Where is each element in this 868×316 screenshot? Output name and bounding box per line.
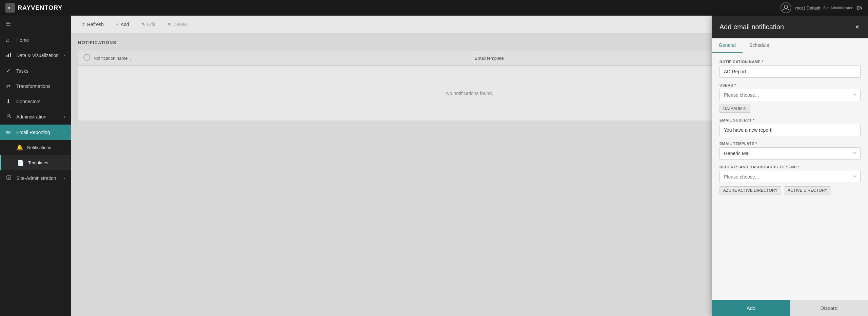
sidebar-item-label: Site-Administration — [16, 175, 56, 181]
chevron-down-icon: ⌄ — [62, 130, 65, 134]
user-info: root | Default Site Administrator — [795, 5, 852, 11]
sidebar-item-templates[interactable]: 📄 Templates — [0, 155, 71, 170]
templates-icon: 📄 — [17, 160, 24, 166]
sidebar-item-site-administration[interactable]: Site-Administration › — [0, 170, 71, 186]
table-header-check — [83, 54, 94, 62]
delete-button[interactable]: ✕ Delete — [163, 20, 192, 29]
form-group-email-subject: EMAIL SUBJECT * — [719, 118, 861, 136]
sidebar-item-label: Administration — [16, 114, 46, 119]
sidebar-item-administration[interactable]: Administration › — [0, 109, 71, 125]
chevron-right-icon: › — [64, 53, 65, 57]
form-group-users: USERS * DATAADMIN — [719, 83, 861, 113]
tab-general[interactable]: General — [712, 38, 743, 53]
add-button[interactable]: + Add — [111, 20, 134, 29]
required-indicator: * — [734, 83, 736, 87]
tag-active-directory: ACTIVE DIRECTORY — [784, 186, 831, 194]
delete-icon: ✕ — [167, 22, 171, 27]
sidebar-item-notifications[interactable]: 🔔 Notifications — [0, 140, 71, 155]
select-all-checkbox[interactable] — [83, 54, 90, 61]
panel-body: NOTIFICATION NAME * USERS * DATAADMIN — [712, 53, 868, 300]
sidebar-item-label: Transformations — [16, 83, 51, 89]
reports-label: REPORTS AND DASHBOARDS TO SEND * — [719, 165, 861, 169]
notification-name-input[interactable] — [719, 66, 861, 78]
email-template-input[interactable] — [719, 147, 861, 160]
required-indicator: * — [762, 60, 764, 64]
refresh-label: Refresh — [87, 22, 104, 27]
users-dropdown-icon — [852, 92, 857, 98]
notification-name-label: NOTIFICATION NAME * — [719, 60, 861, 64]
col-label-email-template: Email template — [475, 56, 504, 61]
email-template-dropdown-icon — [852, 151, 857, 156]
sidebar-item-label: Connectors — [16, 99, 41, 104]
sidebar-item-connectors[interactable]: ⬇ Connectors — [0, 94, 71, 109]
column-notification-name[interactable]: Notification name ⌄ — [94, 56, 475, 61]
svg-point-2 — [784, 5, 788, 8]
svg-point-6 — [8, 114, 10, 116]
user-avatar[interactable] — [781, 2, 791, 13]
users-input[interactable] — [719, 89, 861, 101]
svg-text:R: R — [8, 6, 10, 10]
connectors-icon: ⬇ — [6, 98, 12, 105]
email-template-label: EMAIL TEMPLATE * — [719, 142, 861, 146]
required-indicator: * — [755, 142, 757, 146]
sidebar-item-label: Templates — [28, 160, 48, 165]
user-role: Site Administrator — [823, 6, 852, 10]
svg-rect-4 — [8, 54, 9, 57]
add-button[interactable]: Add — [712, 300, 790, 316]
discard-button[interactable]: Discard — [790, 300, 868, 316]
form-group-email-template: EMAIL TEMPLATE * — [719, 142, 861, 160]
user-name: root | Default — [795, 5, 821, 11]
empty-message: No notifications found. — [446, 91, 493, 96]
administration-icon — [6, 113, 12, 120]
sidebar-item-transformations[interactable]: ⇄ Transformations — [0, 78, 71, 94]
sidebar-item-data-visualization[interactable]: Data & Visualization › — [0, 48, 71, 63]
form-group-notification-name: NOTIFICATION NAME * — [719, 60, 861, 78]
panel-tabs: General Schedule — [712, 38, 868, 53]
sort-icon: ⌄ — [129, 56, 133, 61]
reports-input-wrapper — [719, 171, 861, 183]
logo-icon: R — [5, 3, 15, 13]
chevron-right-icon: › — [64, 115, 65, 119]
users-label: USERS * — [719, 83, 861, 87]
logo: R RAYVENTORY — [5, 3, 62, 13]
tab-schedule[interactable]: Schedule — [743, 38, 776, 53]
topbar-right: root | Default Site Administrator EN — [781, 2, 863, 13]
sidebar-item-tasks[interactable]: ✓ Tasks — [0, 63, 71, 78]
home-icon: ⌂ — [6, 37, 12, 43]
sidebar-item-label: Notifications — [27, 145, 51, 150]
email-subject-input[interactable] — [719, 124, 861, 136]
hamburger-menu[interactable]: ☰ — [0, 16, 71, 33]
sidebar-item-label: Home — [16, 37, 29, 43]
svg-rect-5 — [10, 53, 11, 57]
form-group-reports: REPORTS AND DASHBOARDS TO SEND * AZURE A… — [719, 165, 861, 194]
panel-header: Add email notification × — [712, 16, 868, 38]
notifications-icon: 🔔 — [16, 144, 23, 151]
panel-close-button[interactable]: × — [854, 22, 861, 32]
panel-title: Add email notification — [719, 23, 784, 31]
site-admin-icon — [6, 175, 12, 182]
reports-tags: AZURE ACTIVE DIRECTORY ACTIVE DIRECTORY — [719, 184, 861, 194]
sidebar-item-email-reporting[interactable]: ✉ Email Reporting ⌄ — [0, 125, 71, 140]
reports-dropdown-icon — [852, 174, 857, 180]
edit-button[interactable]: ✎ Edit — [137, 20, 160, 29]
chevron-right-icon: › — [64, 176, 65, 180]
svg-rect-7 — [7, 176, 11, 179]
sidebar: ☰ ⌂ Home Data & Visualization › ✓ Tasks … — [0, 16, 71, 316]
refresh-button[interactable]: ↺ Refresh — [77, 20, 108, 29]
user-tag-dataadmin: DATAADMIN — [719, 105, 750, 113]
col-label-notification-name: Notification name — [94, 56, 127, 61]
email-subject-label: EMAIL SUBJECT * — [719, 118, 861, 122]
data-icon — [6, 52, 12, 59]
language-selector[interactable]: EN — [856, 5, 863, 11]
email-reporting-icon: ✉ — [6, 129, 12, 135]
required-indicator: * — [753, 118, 754, 122]
add-label: Add — [121, 22, 129, 27]
users-input-wrapper — [719, 89, 861, 101]
sidebar-item-home[interactable]: ⌂ Home — [0, 33, 71, 48]
edit-label: Edit — [147, 22, 155, 27]
required-indicator: * — [798, 165, 800, 169]
transformations-icon: ⇄ — [6, 83, 12, 89]
svg-rect-3 — [6, 55, 7, 57]
reports-input[interactable] — [719, 171, 861, 183]
email-template-input-wrapper — [719, 147, 861, 160]
